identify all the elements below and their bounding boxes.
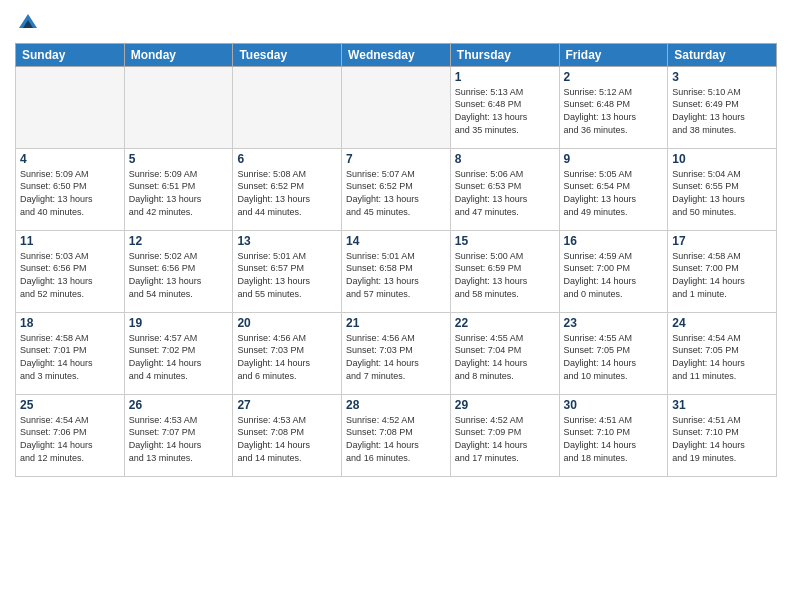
day-info: Sunrise: 4:53 AMSunset: 7:08 PMDaylight:… [237, 414, 337, 464]
day-number: 21 [346, 316, 446, 330]
day-info: Sunrise: 4:58 AMSunset: 7:01 PMDaylight:… [20, 332, 120, 382]
calendar-cell: 23Sunrise: 4:55 AMSunset: 7:05 PMDayligh… [559, 312, 668, 394]
day-info: Sunrise: 4:56 AMSunset: 7:03 PMDaylight:… [237, 332, 337, 382]
day-number: 25 [20, 398, 120, 412]
day-number: 31 [672, 398, 772, 412]
day-info: Sunrise: 5:07 AMSunset: 6:52 PMDaylight:… [346, 168, 446, 218]
day-number: 14 [346, 234, 446, 248]
day-number: 29 [455, 398, 555, 412]
calendar-cell: 4Sunrise: 5:09 AMSunset: 6:50 PMDaylight… [16, 148, 125, 230]
day-info: Sunrise: 5:04 AMSunset: 6:55 PMDaylight:… [672, 168, 772, 218]
day-number: 3 [672, 70, 772, 84]
day-number: 30 [564, 398, 664, 412]
day-info: Sunrise: 4:59 AMSunset: 7:00 PMDaylight:… [564, 250, 664, 300]
calendar-cell: 18Sunrise: 4:58 AMSunset: 7:01 PMDayligh… [16, 312, 125, 394]
calendar-cell: 1Sunrise: 5:13 AMSunset: 6:48 PMDaylight… [450, 66, 559, 148]
day-number: 15 [455, 234, 555, 248]
day-info: Sunrise: 5:05 AMSunset: 6:54 PMDaylight:… [564, 168, 664, 218]
calendar-cell: 22Sunrise: 4:55 AMSunset: 7:04 PMDayligh… [450, 312, 559, 394]
day-info: Sunrise: 4:52 AMSunset: 7:08 PMDaylight:… [346, 414, 446, 464]
day-number: 13 [237, 234, 337, 248]
calendar-cell: 16Sunrise: 4:59 AMSunset: 7:00 PMDayligh… [559, 230, 668, 312]
calendar-cell: 12Sunrise: 5:02 AMSunset: 6:56 PMDayligh… [124, 230, 233, 312]
day-info: Sunrise: 4:55 AMSunset: 7:05 PMDaylight:… [564, 332, 664, 382]
logo-icon [17, 10, 39, 32]
day-number: 7 [346, 152, 446, 166]
day-info: Sunrise: 4:56 AMSunset: 7:03 PMDaylight:… [346, 332, 446, 382]
logo [15, 10, 39, 37]
calendar-week-row: 25Sunrise: 4:54 AMSunset: 7:06 PMDayligh… [16, 394, 777, 476]
calendar-cell: 30Sunrise: 4:51 AMSunset: 7:10 PMDayligh… [559, 394, 668, 476]
calendar-cell: 17Sunrise: 4:58 AMSunset: 7:00 PMDayligh… [668, 230, 777, 312]
day-number: 4 [20, 152, 120, 166]
day-header-row: SundayMondayTuesdayWednesdayThursdayFrid… [16, 43, 777, 66]
day-of-week-header: Thursday [450, 43, 559, 66]
day-info: Sunrise: 4:57 AMSunset: 7:02 PMDaylight:… [129, 332, 229, 382]
day-number: 28 [346, 398, 446, 412]
day-number: 6 [237, 152, 337, 166]
day-number: 5 [129, 152, 229, 166]
calendar-week-row: 11Sunrise: 5:03 AMSunset: 6:56 PMDayligh… [16, 230, 777, 312]
day-info: Sunrise: 4:52 AMSunset: 7:09 PMDaylight:… [455, 414, 555, 464]
calendar-cell: 8Sunrise: 5:06 AMSunset: 6:53 PMDaylight… [450, 148, 559, 230]
day-info: Sunrise: 5:09 AMSunset: 6:50 PMDaylight:… [20, 168, 120, 218]
calendar-cell: 28Sunrise: 4:52 AMSunset: 7:08 PMDayligh… [342, 394, 451, 476]
day-info: Sunrise: 4:55 AMSunset: 7:04 PMDaylight:… [455, 332, 555, 382]
calendar-cell: 29Sunrise: 4:52 AMSunset: 7:09 PMDayligh… [450, 394, 559, 476]
day-info: Sunrise: 5:12 AMSunset: 6:48 PMDaylight:… [564, 86, 664, 136]
day-info: Sunrise: 4:54 AMSunset: 7:05 PMDaylight:… [672, 332, 772, 382]
day-number: 1 [455, 70, 555, 84]
calendar-week-row: 18Sunrise: 4:58 AMSunset: 7:01 PMDayligh… [16, 312, 777, 394]
page: SundayMondayTuesdayWednesdayThursdayFrid… [0, 0, 792, 612]
calendar-cell: 20Sunrise: 4:56 AMSunset: 7:03 PMDayligh… [233, 312, 342, 394]
calendar-cell: 15Sunrise: 5:00 AMSunset: 6:59 PMDayligh… [450, 230, 559, 312]
day-number: 2 [564, 70, 664, 84]
day-number: 10 [672, 152, 772, 166]
calendar-cell: 19Sunrise: 4:57 AMSunset: 7:02 PMDayligh… [124, 312, 233, 394]
day-info: Sunrise: 5:00 AMSunset: 6:59 PMDaylight:… [455, 250, 555, 300]
day-info: Sunrise: 5:08 AMSunset: 6:52 PMDaylight:… [237, 168, 337, 218]
calendar-week-row: 4Sunrise: 5:09 AMSunset: 6:50 PMDaylight… [16, 148, 777, 230]
day-info: Sunrise: 4:54 AMSunset: 7:06 PMDaylight:… [20, 414, 120, 464]
calendar-cell: 26Sunrise: 4:53 AMSunset: 7:07 PMDayligh… [124, 394, 233, 476]
day-info: Sunrise: 5:01 AMSunset: 6:58 PMDaylight:… [346, 250, 446, 300]
day-number: 20 [237, 316, 337, 330]
day-info: Sunrise: 5:10 AMSunset: 6:49 PMDaylight:… [672, 86, 772, 136]
calendar-cell: 3Sunrise: 5:10 AMSunset: 6:49 PMDaylight… [668, 66, 777, 148]
day-number: 27 [237, 398, 337, 412]
day-number: 23 [564, 316, 664, 330]
calendar-week-row: 1Sunrise: 5:13 AMSunset: 6:48 PMDaylight… [16, 66, 777, 148]
day-info: Sunrise: 4:51 AMSunset: 7:10 PMDaylight:… [672, 414, 772, 464]
day-number: 8 [455, 152, 555, 166]
day-info: Sunrise: 4:51 AMSunset: 7:10 PMDaylight:… [564, 414, 664, 464]
day-number: 22 [455, 316, 555, 330]
calendar-cell: 14Sunrise: 5:01 AMSunset: 6:58 PMDayligh… [342, 230, 451, 312]
day-number: 9 [564, 152, 664, 166]
day-number: 26 [129, 398, 229, 412]
day-of-week-header: Sunday [16, 43, 125, 66]
calendar-cell: 24Sunrise: 4:54 AMSunset: 7:05 PMDayligh… [668, 312, 777, 394]
day-of-week-header: Friday [559, 43, 668, 66]
day-info: Sunrise: 4:58 AMSunset: 7:00 PMDaylight:… [672, 250, 772, 300]
day-number: 18 [20, 316, 120, 330]
day-info: Sunrise: 5:06 AMSunset: 6:53 PMDaylight:… [455, 168, 555, 218]
calendar: SundayMondayTuesdayWednesdayThursdayFrid… [15, 43, 777, 477]
day-info: Sunrise: 4:53 AMSunset: 7:07 PMDaylight:… [129, 414, 229, 464]
day-of-week-header: Monday [124, 43, 233, 66]
day-info: Sunrise: 5:01 AMSunset: 6:57 PMDaylight:… [237, 250, 337, 300]
day-of-week-header: Wednesday [342, 43, 451, 66]
day-number: 17 [672, 234, 772, 248]
calendar-cell: 5Sunrise: 5:09 AMSunset: 6:51 PMDaylight… [124, 148, 233, 230]
calendar-cell [342, 66, 451, 148]
calendar-cell: 10Sunrise: 5:04 AMSunset: 6:55 PMDayligh… [668, 148, 777, 230]
calendar-cell [124, 66, 233, 148]
day-info: Sunrise: 5:02 AMSunset: 6:56 PMDaylight:… [129, 250, 229, 300]
header [15, 10, 777, 37]
day-info: Sunrise: 5:09 AMSunset: 6:51 PMDaylight:… [129, 168, 229, 218]
calendar-cell: 7Sunrise: 5:07 AMSunset: 6:52 PMDaylight… [342, 148, 451, 230]
day-number: 19 [129, 316, 229, 330]
calendar-cell: 31Sunrise: 4:51 AMSunset: 7:10 PMDayligh… [668, 394, 777, 476]
day-of-week-header: Tuesday [233, 43, 342, 66]
calendar-cell: 2Sunrise: 5:12 AMSunset: 6:48 PMDaylight… [559, 66, 668, 148]
calendar-cell [16, 66, 125, 148]
